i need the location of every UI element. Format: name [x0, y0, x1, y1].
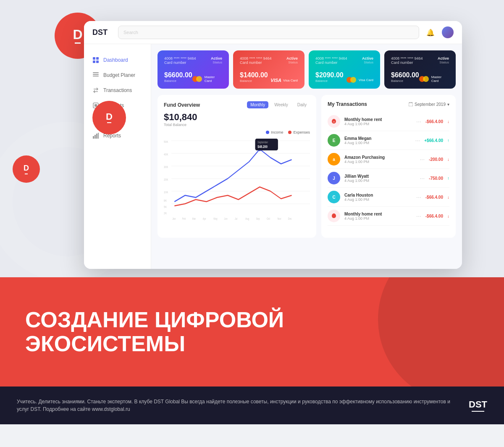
- chart-legend: Income Expenses: [164, 130, 310, 134]
- sidebar: Dashboard Budget Planer Transactions: [84, 44, 151, 269]
- fund-header: Fund Overview Monthly Weekly Daily: [164, 101, 310, 108]
- transaction-item: E Emma Megan 4 Aug 1:00 PM ··· +$66.4.00…: [328, 131, 449, 150]
- svg-text:Apr: Apr: [203, 217, 206, 220]
- mastercard-icon-3: [419, 76, 429, 82]
- svg-text:Oct: Oct: [267, 217, 270, 220]
- svg-rect-3: [96, 60, 99, 63]
- svg-text:Feb: Feb: [182, 217, 186, 220]
- svg-text:Jul: Jul: [235, 217, 237, 220]
- svg-text:5K: 5K: [164, 205, 167, 208]
- transaction-avatar: J: [328, 172, 340, 184]
- svg-text:Jun: Jun: [224, 217, 228, 220]
- tab-daily[interactable]: Daily: [294, 101, 310, 108]
- transaction-item: J Jillian Wyatt 4 Aug 1:00 PM ··· -750.0…: [328, 169, 449, 188]
- svg-text:10K: 10K: [164, 190, 168, 194]
- mastercard-icon-2: [346, 77, 356, 83]
- dashboard-body: Dashboard Budget Planer Transactions: [84, 44, 462, 269]
- legend-income: Income: [266, 130, 284, 134]
- transactions-date-filter[interactable]: September 2019 ▾: [409, 102, 449, 107]
- svg-text:September: September: [257, 140, 268, 144]
- tab-weekly[interactable]: Weekly: [271, 101, 291, 108]
- svg-text:30K: 30K: [164, 165, 168, 168]
- svg-rect-14: [98, 133, 99, 139]
- svg-text:Nov: Nov: [277, 217, 281, 220]
- fund-tabs: Monthly Weekly Daily: [247, 101, 310, 108]
- transaction-item: Monthly home rent 4 Aug 1:00 PM ··· -$66…: [328, 207, 449, 226]
- search-bar[interactable]: Search: [118, 26, 419, 39]
- transactions-panel: My Transactions September 2019 ▾: [321, 95, 456, 238]
- dashboard-header: DST Search 🔔: [84, 21, 462, 44]
- footer-dst-logo: DST: [469, 399, 487, 412]
- transaction-avatar: a: [328, 153, 340, 166]
- sidebar-item-transactions[interactable]: Transactions: [84, 83, 151, 98]
- transactions-icon: [92, 87, 99, 94]
- footer-text: Учитесь. Делитесь знаниями. Станьте эксп…: [17, 398, 460, 413]
- svg-rect-11: [93, 136, 94, 139]
- svg-text:May: May: [213, 217, 218, 220]
- card-teal: 4008 **** **** 9464 Card number Active S…: [309, 50, 380, 89]
- card-red: 4008 **** **** 9464 Card number Active S…: [233, 50, 304, 89]
- page-wrapper: D D D D: [0, 0, 504, 447]
- transaction-avatar: [328, 115, 340, 128]
- svg-text:2K: 2K: [164, 211, 167, 215]
- footer-bar: Учитесь. Делитесь знаниями. Станьте эксп…: [0, 387, 504, 424]
- dashboard-window: DST Search 🔔 Dashboard: [84, 21, 462, 269]
- svg-rect-2: [93, 60, 95, 63]
- reports-icon: [92, 132, 99, 139]
- user-avatar[interactable]: [442, 26, 454, 38]
- svg-text:Aug: Aug: [245, 217, 249, 220]
- svg-rect-4: [93, 74, 99, 75]
- red-section: СОЗДАНИЕ ЦИФРОВОЙ ЭКОСИСТЕМЫ: [0, 277, 504, 387]
- dashboard-icon: [92, 57, 99, 63]
- notification-bell-icon[interactable]: 🔔: [425, 27, 436, 37]
- fund-panel: Fund Overview Monthly Weekly Daily $10,8…: [158, 95, 316, 238]
- transaction-avatar: E: [328, 134, 340, 147]
- budget-icon: [92, 72, 99, 79]
- dash-logo: DST: [92, 28, 108, 37]
- svg-text:$48.200: $48.200: [257, 145, 268, 149]
- svg-rect-0: [93, 57, 95, 60]
- svg-rect-5: [93, 76, 99, 76]
- svg-text:40K: 40K: [164, 153, 168, 156]
- cards-row: 4008 **** **** 9464 Card number Active S…: [158, 50, 456, 89]
- svg-text:Sep: Sep: [256, 217, 260, 220]
- expenses-dot: [288, 131, 291, 134]
- chart-svg: 50K 40K 30K 20K 10K 8K 5K 2K: [164, 137, 310, 221]
- card-blue: 4008 **** **** 9464 Card number Active S…: [158, 50, 229, 89]
- income-dot: [266, 131, 269, 134]
- red-title: СОЗДАНИЕ ЦИФРОВОЙ ЭКОСИСТЕМЫ: [25, 308, 284, 356]
- transactions-header: My Transactions September 2019 ▾: [328, 101, 449, 107]
- tab-monthly[interactable]: Monthly: [247, 101, 268, 108]
- svg-rect-13: [96, 134, 97, 139]
- dst-logo-circle-small: D: [13, 155, 40, 183]
- transaction-item: a Amazon Purchasing 4 Aug 1:00 PM ··· -2…: [328, 150, 449, 169]
- mastercard-icon: [192, 76, 202, 82]
- dst-logo-circle-medium: D: [92, 101, 126, 134]
- main-content: 4008 **** **** 9464 Card number Active S…: [151, 44, 462, 269]
- legend-expenses: Expenses: [288, 130, 310, 134]
- svg-text:Jan: Jan: [172, 217, 176, 220]
- svg-rect-12: [94, 135, 96, 139]
- svg-text:20K: 20K: [164, 178, 168, 181]
- svg-text:8K: 8K: [164, 199, 167, 202]
- transaction-avatar: [328, 210, 340, 222]
- svg-rect-1: [96, 57, 99, 60]
- transaction-item: Monthly home rent 4 Aug 1:00 PM ··· -$66…: [328, 112, 449, 131]
- sidebar-item-budget[interactable]: Budget Planer: [84, 68, 151, 83]
- sidebar-item-dashboard[interactable]: Dashboard: [84, 53, 151, 68]
- svg-rect-6: [93, 72, 99, 73]
- svg-text:Mar: Mar: [192, 217, 196, 220]
- svg-text:Dec: Dec: [288, 217, 292, 220]
- svg-rect-45: [409, 103, 413, 106]
- transaction-item: C Carla Houston 4 Aug 1:00 PM ··· -$66.4…: [328, 188, 449, 207]
- top-section: D D D D: [0, 0, 504, 277]
- svg-text:50K: 50K: [164, 140, 168, 143]
- transaction-avatar: C: [328, 191, 340, 203]
- bottom-row: Fund Overview Monthly Weekly Daily $10,8…: [158, 95, 456, 238]
- card-dark: 4008 **** **** 9464 Card number Active S…: [384, 50, 456, 89]
